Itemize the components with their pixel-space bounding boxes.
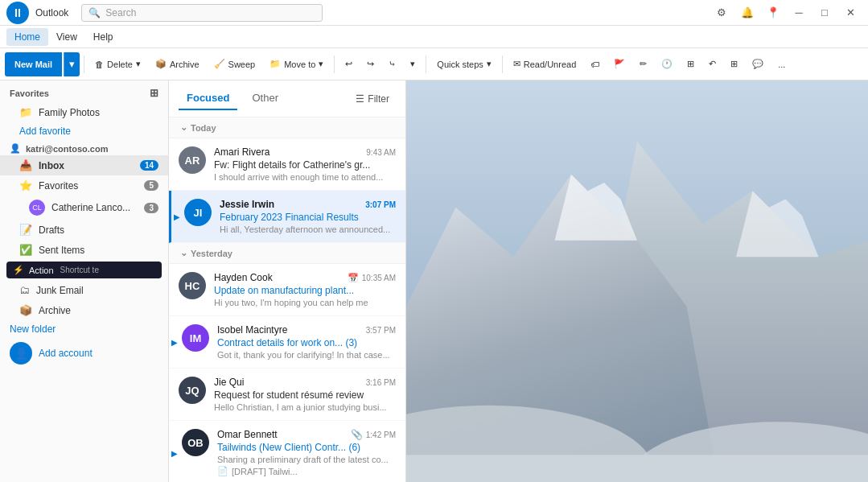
email-content-1: Jessie Irwin 3:07 PM February 2023 Finan… bbox=[220, 199, 396, 234]
more-button[interactable]: ... bbox=[771, 52, 792, 76]
sidebar-item-inbox[interactable]: 📥 Inbox 14 bbox=[0, 155, 168, 175]
email-top-1: Jessie Irwin 3:07 PM bbox=[220, 199, 396, 210]
email-sender-1: Jessie Irwin bbox=[220, 199, 274, 210]
sidebar: Favorites ⊞ 📁 Family Photos Add favorite… bbox=[0, 80, 169, 482]
new-mail-dropdown[interactable]: ▾ bbox=[64, 52, 80, 76]
menu-home[interactable]: Home bbox=[6, 28, 48, 46]
maximize-button[interactable]: □ bbox=[813, 4, 836, 22]
mountain-background bbox=[406, 80, 868, 482]
sidebar-item-archive[interactable]: 📦 Archive bbox=[0, 300, 168, 320]
sweep-button[interactable]: 🧹 Sweep bbox=[208, 52, 262, 76]
email-content-4: Jie Qui 3:16 PM Request for student résu… bbox=[214, 377, 396, 412]
favorites-header: Favorites ⊞ bbox=[0, 80, 168, 102]
email-top-2: Hayden Cook 📅 10:35 AM bbox=[214, 272, 396, 283]
email-item-2[interactable]: HC Hayden Cook 📅 10:35 AM Update on manu… bbox=[169, 264, 405, 316]
new-mail-button[interactable]: New Mail bbox=[5, 52, 62, 76]
sidebar-item-add-account[interactable]: 👤 Add account bbox=[0, 338, 168, 369]
email-time-5: 1:42 PM bbox=[366, 431, 396, 439]
grid-button[interactable]: ⊞ bbox=[724, 52, 744, 76]
email-subject-2: Update on manufacturing plant... bbox=[214, 285, 396, 296]
filter-button[interactable]: ☰ Filter bbox=[349, 90, 396, 108]
expand-arrow-1: ▶ bbox=[174, 212, 180, 221]
folder-icon: 📁 bbox=[19, 106, 32, 118]
notification-button[interactable]: 🔔 bbox=[736, 4, 759, 22]
email-subject-1: February 2023 Financial Results bbox=[220, 212, 396, 223]
delete-icon: 🗑 bbox=[95, 60, 104, 69]
window-controls: ⚙ 🔔 📍 ─ □ ✕ bbox=[710, 4, 862, 22]
email-preview-3: Got it, thank you for clarifying! In tha… bbox=[217, 350, 396, 360]
undo-button[interactable]: ↩ bbox=[339, 52, 359, 76]
menu-view[interactable]: View bbox=[48, 28, 85, 46]
app-logo: II bbox=[6, 2, 29, 24]
email-sender-2: Hayden Cook bbox=[214, 272, 273, 283]
sidebar-item-junk[interactable]: 🗂 Junk Email bbox=[0, 280, 168, 300]
tab-focused[interactable]: Focused bbox=[179, 87, 237, 110]
tab-other[interactable]: Other bbox=[244, 87, 286, 110]
toolbar: New Mail ▾ 🗑 Delete ▾ 📦 Archive 🧹 Sweep … bbox=[0, 48, 868, 80]
email-item-0[interactable]: AR Amari Rivera 9:43 AM Fw: Flight detai… bbox=[169, 138, 405, 191]
quick-steps-button[interactable]: Quick steps ▾ bbox=[430, 52, 497, 76]
email-item-3[interactable]: ▶ IM Isobel Macintyre 3:57 PM Contract d… bbox=[169, 316, 405, 369]
email-preview-2: Hi you two, I'm hoping you can help me bbox=[214, 298, 396, 307]
flag-button[interactable]: 🚩 bbox=[607, 52, 631, 76]
email-item-1[interactable]: ▶ JI Jessie Irwin 3:07 PM February 2023 … bbox=[169, 191, 405, 243]
calendar-icon-2: 📅 bbox=[348, 273, 359, 283]
tag-button[interactable]: 🏷 bbox=[584, 52, 606, 76]
email-item-4[interactable]: JQ Jie Qui 3:16 PM Request for student r… bbox=[169, 369, 405, 421]
undo2-button[interactable]: ↶ bbox=[702, 52, 722, 76]
email-list-header: Focused Other ☰ Filter bbox=[169, 80, 405, 117]
reading-pane bbox=[406, 80, 868, 482]
clock-button[interactable]: 🕐 bbox=[655, 52, 679, 76]
email-item-5[interactable]: ▶ OB Omar Bennett 📎 1:42 PM Tailwinds (N… bbox=[169, 421, 405, 482]
email-time-1: 3:07 PM bbox=[365, 200, 396, 209]
location-button[interactable]: 📍 bbox=[762, 4, 784, 22]
sidebar-item-favorites-sub[interactable]: ⭐ Favorites 5 bbox=[0, 175, 168, 196]
sidebar-item-family-photos[interactable]: 📁 Family Photos bbox=[0, 102, 168, 122]
redo-dropdown[interactable]: ▾ bbox=[404, 52, 422, 76]
close-button[interactable]: ✕ bbox=[839, 4, 862, 22]
email-content-0: Amari Rivera 9:43 AM Fw: Flight details … bbox=[214, 146, 396, 182]
junk-icon: 🗂 bbox=[19, 284, 30, 296]
avatar-5: OB bbox=[182, 429, 209, 456]
delete-button[interactable]: 🗑 Delete ▾ bbox=[88, 52, 147, 76]
email-time-0: 9:43 AM bbox=[366, 148, 396, 157]
new-folder-link[interactable]: New folder bbox=[0, 320, 168, 338]
avatar-4: JQ bbox=[179, 377, 206, 404]
move-to-button[interactable]: 📁 Move to ▾ bbox=[263, 52, 330, 76]
email-content-3: Isobel Macintyre 3:57 PM Contract detail… bbox=[217, 324, 396, 360]
quick-steps-dropdown-icon: ▾ bbox=[487, 59, 492, 69]
pen-button[interactable]: ✏ bbox=[633, 52, 653, 76]
sidebar-item-drafts[interactable]: 📝 Drafts bbox=[0, 220, 168, 240]
sidebar-item-sent[interactable]: ✅ Sent Items bbox=[0, 240, 168, 260]
action-shortcut[interactable]: ⚡ Action Shortcut te bbox=[6, 262, 162, 278]
email-sender-4: Jie Qui bbox=[214, 377, 244, 388]
settings-button[interactable]: ⚙ bbox=[710, 4, 733, 22]
search-bar[interactable]: 🔍 Search bbox=[81, 4, 323, 22]
star-icon: ⭐ bbox=[19, 179, 32, 192]
view-button[interactable]: ⊞ bbox=[681, 52, 701, 76]
email-draft-5: 📄 [DRAFT] Tailwi... bbox=[217, 466, 396, 476]
read-unread-button[interactable]: ✉ Read/Unread bbox=[507, 52, 582, 76]
search-icon: 🔍 bbox=[88, 7, 101, 19]
email-subject-4: Request for student résumé review bbox=[214, 389, 396, 401]
menu-help[interactable]: Help bbox=[85, 28, 121, 46]
forward-button[interactable]: ⤷ bbox=[382, 52, 402, 76]
section-yesterday: ⌄ Yesterday bbox=[169, 243, 405, 264]
reply-button[interactable]: ↪ bbox=[360, 52, 381, 76]
archive-button[interactable]: 📦 Archive bbox=[149, 52, 206, 76]
add-favorite-link[interactable]: Add favorite bbox=[0, 122, 168, 140]
avatar-2: HC bbox=[179, 272, 206, 299]
minimize-button[interactable]: ─ bbox=[788, 4, 810, 22]
expand-arrow-3: ▶ bbox=[171, 338, 178, 347]
email-preview-4: Hello Christian, I am a junior studying … bbox=[214, 402, 396, 412]
avatar-1: JI bbox=[184, 199, 212, 226]
menu-bar: Home View Help bbox=[0, 26, 868, 48]
email-time-4: 3:16 PM bbox=[366, 378, 396, 387]
delete-dropdown-icon: ▾ bbox=[136, 59, 141, 69]
chat-button[interactable]: 💬 bbox=[746, 52, 770, 76]
sidebar-item-catherine[interactable]: CL Catherine Lanco... 3 bbox=[0, 196, 168, 220]
email-sender-5: Omar Bennett bbox=[217, 429, 278, 440]
email-sender-3: Isobel Macintyre bbox=[217, 324, 287, 336]
separator-1 bbox=[84, 56, 84, 73]
expand-icon: ⊞ bbox=[150, 87, 158, 99]
